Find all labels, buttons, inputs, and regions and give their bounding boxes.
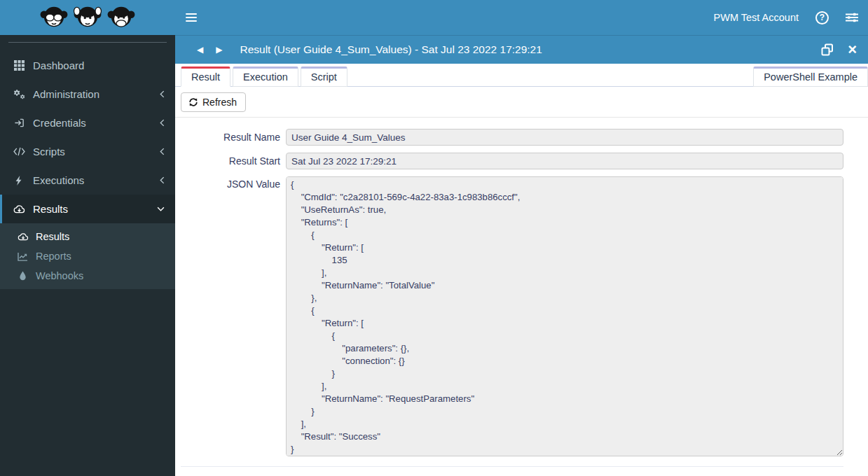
chevron-left-icon — [160, 176, 165, 184]
section-divider — [181, 466, 843, 467]
sidebar-subitem-reports[interactable]: Reports — [0, 246, 175, 266]
see-no-evil-monkey-icon — [39, 3, 69, 32]
json-value-label: JSON Value — [181, 176, 286, 190]
gears-icon — [13, 89, 25, 99]
sidebar-item-scripts[interactable]: Scripts — [0, 137, 175, 166]
result-start-label: Result Start — [181, 153, 286, 169]
result-name-row: Result Name — [181, 129, 843, 146]
grid-icon — [13, 60, 25, 71]
result-start-row: Result Start — [181, 153, 843, 169]
sidebar-subitem-label: Results — [36, 231, 69, 242]
sidebar: Dashboard Administration Crede — [0, 0, 175, 476]
sidebar-subitem-webhooks[interactable]: Webhooks — [0, 266, 175, 286]
sidebar-subitem-results[interactable]: Results — [0, 227, 175, 246]
results-submenu: Results Reports Webhooks — [0, 223, 175, 289]
chevron-left-icon — [160, 119, 165, 127]
tab-powershell-example[interactable]: PowerShell Example — [753, 66, 868, 87]
sidebar-item-administration[interactable]: Administration — [0, 80, 175, 108]
sidebar-item-label: Results — [33, 203, 68, 215]
cloud-download-icon — [13, 204, 25, 214]
app-logo[interactable] — [0, 0, 175, 35]
droplet-icon — [17, 271, 29, 281]
toolbar: Refresh — [175, 87, 868, 118]
sidebar-item-label: Credentials — [33, 117, 86, 129]
window-titlebar: ◀ ▶ Result (User Guide 4_Sum_Values) - S… — [175, 35, 868, 64]
tab-bar: Result Execution Script PowerShell Examp… — [175, 64, 868, 87]
sidebar-item-dashboard[interactable]: Dashboard — [0, 51, 175, 80]
sidebar-item-label: Executions — [33, 174, 84, 186]
sidebar-item-label: Dashboard — [33, 59, 84, 71]
code-icon — [13, 147, 25, 156]
app-window: Dashboard Administration Crede — [0, 0, 868, 476]
refresh-icon — [188, 97, 198, 107]
topbar: PWM Test Account ? — [175, 0, 868, 35]
result-name-label: Result Name — [181, 129, 286, 146]
chart-line-icon — [17, 252, 29, 261]
window-title: Result (User Guide 4_Sum_Values) - Sat J… — [240, 43, 542, 56]
next-result-button[interactable]: ▶ — [209, 42, 228, 57]
sidebar-item-credentials[interactable]: Credentials — [0, 108, 175, 137]
restore-window-icon[interactable] — [821, 43, 834, 56]
cloud-download-icon — [17, 232, 29, 241]
sidebar-subitem-label: Webhooks — [36, 270, 83, 281]
sidebar-item-executions[interactable]: Executions — [0, 166, 175, 195]
chevron-down-icon — [157, 206, 165, 211]
refresh-button-label: Refresh — [202, 97, 237, 108]
chevron-left-icon — [160, 90, 165, 98]
result-name-input[interactable] — [286, 129, 843, 146]
result-start-input[interactable] — [286, 153, 843, 169]
sidebar-item-label: Scripts — [33, 146, 65, 158]
result-form: Result Name Result Start JSON Value { "C… — [175, 118, 868, 476]
sign-in-icon — [13, 118, 25, 128]
help-icon[interactable]: ? — [815, 11, 829, 24]
prev-result-button[interactable]: ◀ — [191, 42, 209, 57]
json-value-row: JSON Value { "CmdId": "c2a28101-569c-4a2… — [181, 176, 843, 456]
json-value-textarea[interactable]: { "CmdId": "c2a28101-569c-4a22-83a3-1c98… — [286, 176, 843, 456]
speak-no-evil-monkey-icon — [106, 3, 136, 32]
tab-script[interactable]: Script — [301, 66, 347, 87]
chevron-left-icon — [160, 148, 165, 155]
account-name[interactable]: PWM Test Account — [714, 12, 799, 23]
tab-execution[interactable]: Execution — [233, 66, 298, 87]
refresh-button[interactable]: Refresh — [181, 92, 246, 112]
hamburger-menu-icon[interactable] — [186, 13, 197, 22]
tab-result[interactable]: Result — [181, 66, 230, 87]
hear-no-evil-monkey-icon — [73, 3, 102, 32]
sidebar-subitem-label: Reports — [36, 251, 71, 262]
sidebar-item-results[interactable]: Results — [0, 195, 175, 223]
close-icon[interactable]: × — [848, 44, 857, 55]
sidebar-nav: Dashboard Administration Crede — [0, 43, 175, 289]
bolt-icon — [13, 176, 25, 186]
sidebar-item-label: Administration — [33, 88, 99, 100]
sliders-icon[interactable] — [846, 12, 858, 23]
main-area: PWM Test Account ? ◀ ▶ Result (User Guid… — [175, 0, 868, 476]
